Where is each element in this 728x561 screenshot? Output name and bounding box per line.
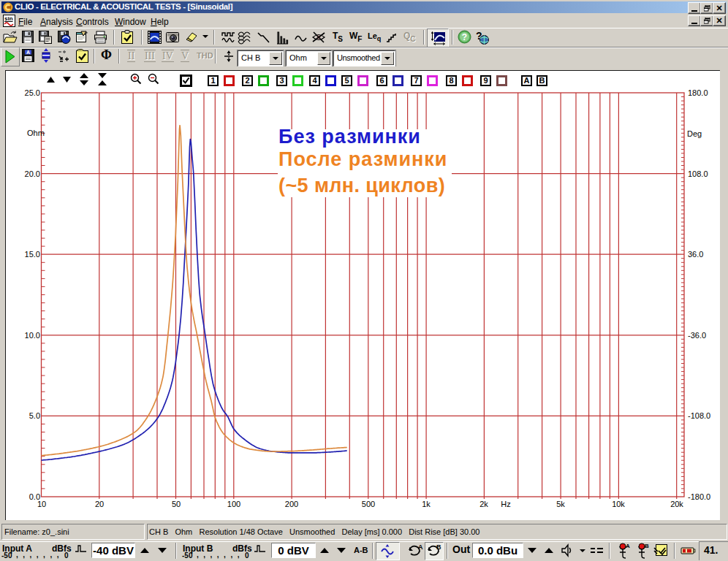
svg-text:A: A xyxy=(626,543,630,549)
svg-text:A: A xyxy=(418,543,423,551)
svg-text:B: B xyxy=(436,543,441,551)
svg-text:B: B xyxy=(645,543,649,549)
